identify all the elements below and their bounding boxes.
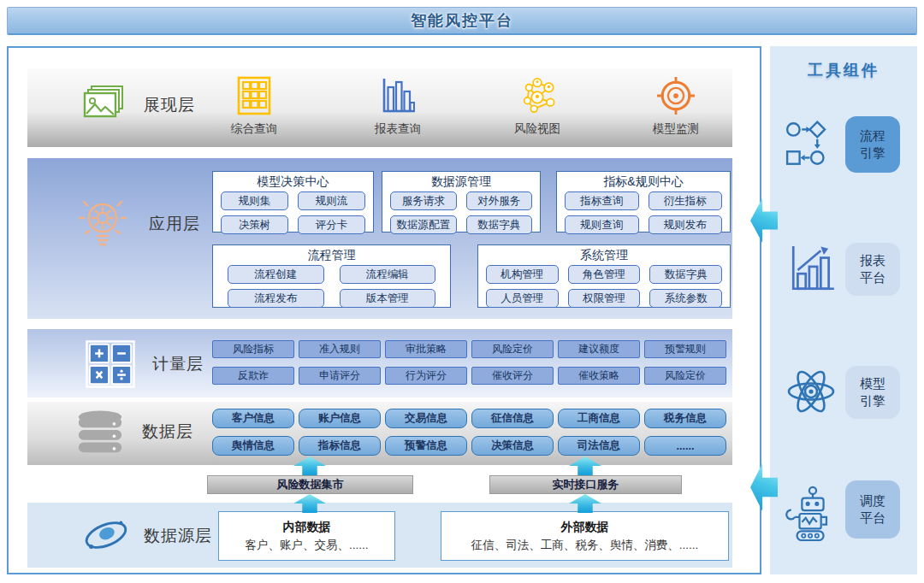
data-button[interactable]: 舆情信息 bbox=[212, 436, 294, 456]
measure-button[interactable]: 准入规则 bbox=[299, 340, 381, 358]
app-button[interactable]: 规则流 bbox=[298, 191, 365, 210]
banner: 智能风控平台 bbox=[7, 7, 917, 35]
app-button[interactable]: 规则发布 bbox=[649, 215, 723, 234]
data-button[interactable]: 税务信息 bbox=[644, 409, 726, 428]
tool-item-label: 报表平台 bbox=[859, 252, 886, 286]
group-process-management: 流程管理 流程创建 流程编辑 流程发布 版本管理 bbox=[212, 244, 451, 308]
group-model-decision-center: 模型决策中心 规则集 规则流 决策树 评分卡 bbox=[212, 171, 374, 233]
app-button[interactable]: 规则查询 bbox=[565, 215, 639, 234]
presentation-item-report-query[interactable]: 报表查询 bbox=[351, 74, 445, 142]
data-row-2: 舆情信息 指标信息 预警信息 决策信息 司法信息 ...... bbox=[212, 436, 726, 456]
tool-item-label: 模型引擎 bbox=[859, 375, 886, 409]
data-button[interactable]: 预警信息 bbox=[385, 436, 467, 456]
data-button[interactable]: 司法信息 bbox=[558, 436, 640, 456]
internal-data-desc: 客户、账户、交易、...... bbox=[245, 538, 368, 553]
app-button[interactable]: 服务请求 bbox=[390, 191, 457, 210]
app-button[interactable]: 流程创建 bbox=[228, 265, 324, 284]
measure-button[interactable]: 建议额度 bbox=[558, 340, 640, 358]
data-button[interactable]: ...... bbox=[644, 436, 726, 456]
measure-button[interactable]: 催收策略 bbox=[558, 367, 640, 385]
report-chart-icon bbox=[787, 241, 838, 297]
group-title: 数据源管理 bbox=[390, 174, 532, 189]
app-button[interactable]: 权限管理 bbox=[568, 289, 641, 308]
internal-data-box[interactable]: 内部数据 客户、账户、交易、...... bbox=[218, 511, 395, 561]
calculator-icon bbox=[86, 340, 135, 388]
data-button[interactable]: 交易信息 bbox=[385, 409, 467, 428]
presentation-layer-band: 展现层 综合查询 bbox=[27, 68, 732, 147]
tool-item-schedule-platform[interactable]: 调度平台 bbox=[845, 480, 900, 539]
group-indicator-rule-center: 指标&规则中心 指标查询 衍生指标 规则查询 规则发布 bbox=[556, 171, 731, 233]
measurement-row-1: 风险指标 准入规则 审批策略 风险定价 建议额度 预警规则 bbox=[212, 340, 726, 358]
network-icon bbox=[518, 75, 557, 116]
datasource-layer-band: 数据源层 内部数据 客户、账户、交易、...... 外部数据 征信、司法、工商、… bbox=[27, 503, 732, 568]
tool-item-label: 流程引擎 bbox=[859, 127, 886, 162]
app-button[interactable]: 指标查询 bbox=[565, 191, 639, 210]
atom-icon bbox=[782, 364, 840, 419]
measure-button[interactable]: 风险指标 bbox=[212, 340, 294, 358]
app-button[interactable]: 决策树 bbox=[221, 215, 288, 234]
app-button[interactable]: 流程编辑 bbox=[340, 265, 436, 284]
presentation-item-combined-query[interactable]: 综合查询 bbox=[207, 74, 301, 142]
app-button[interactable]: 流程发布 bbox=[228, 289, 324, 308]
data-button[interactable]: 指标信息 bbox=[299, 436, 381, 456]
external-data-box[interactable]: 外部数据 征信、司法、工商、税务、舆情、消费、...... bbox=[441, 511, 729, 561]
app-button[interactable]: 人员管理 bbox=[486, 289, 559, 308]
data-button[interactable]: 账户信息 bbox=[299, 409, 381, 428]
app-button[interactable]: 衍生指标 bbox=[649, 191, 723, 210]
app-button[interactable]: 数据字典 bbox=[649, 265, 722, 284]
measure-button[interactable]: 预警规则 bbox=[644, 340, 726, 358]
application-layer-band: 应用层 模型决策中心 规则集 规则流 决策树 评分卡 数据源管理 服务请求 对外… bbox=[27, 158, 732, 319]
data-layer-band: 数据层 客户信息 账户信息 交易信息 征信信息 工商信息 税务信息 舆情信息 指… bbox=[27, 402, 732, 465]
app-button[interactable]: 机构管理 bbox=[486, 265, 559, 284]
app-button[interactable]: 数据字典 bbox=[466, 215, 533, 234]
tools-sidebar: 工具组件 流程引擎 bbox=[770, 46, 917, 574]
group-title: 流程管理 bbox=[221, 248, 442, 262]
risk-platform-diagram: 智能风控平台 展现层 bbox=[0, 0, 924, 583]
bulb-gear-icon bbox=[75, 194, 130, 254]
group-title: 模型决策中心 bbox=[221, 174, 365, 189]
presentation-item-risk-view[interactable]: 风险视图 bbox=[490, 74, 584, 142]
measurement-layer-band: 计量层 风险指标 准入规则 审批策略 风险定价 建议额度 预警规则 反欺诈 申请… bbox=[27, 329, 732, 398]
internal-data-title: 内部数据 bbox=[283, 520, 331, 535]
presentation-item-label: 风险视图 bbox=[514, 121, 560, 137]
measure-button[interactable]: 风险定价 bbox=[471, 340, 554, 358]
presentation-item-model-monitor[interactable]: 模型监测 bbox=[629, 74, 723, 142]
gallery-icon bbox=[81, 84, 126, 128]
measure-button[interactable]: 风险定价 bbox=[644, 367, 726, 385]
target-icon bbox=[656, 75, 696, 116]
measure-button[interactable]: 行为评分 bbox=[385, 367, 467, 385]
external-data-title: 外部数据 bbox=[561, 520, 609, 535]
presentation-layer-label: 展现层 bbox=[144, 94, 195, 116]
app-button[interactable]: 规则集 bbox=[221, 191, 288, 210]
data-button[interactable]: 征信信息 bbox=[471, 409, 554, 428]
app-button[interactable]: 版本管理 bbox=[340, 289, 436, 308]
tool-item-model-engine[interactable]: 模型引擎 bbox=[845, 366, 900, 419]
page-title: 智能风控平台 bbox=[411, 10, 513, 31]
group-title: 系统管理 bbox=[486, 248, 722, 262]
app-button[interactable]: 系统参数 bbox=[649, 289, 722, 308]
app-button[interactable]: 评分卡 bbox=[298, 215, 365, 234]
pipeline-realtime-interface[interactable]: 实时接口服务 bbox=[489, 475, 682, 494]
app-button[interactable]: 角色管理 bbox=[568, 265, 641, 284]
database-icon bbox=[75, 409, 125, 456]
datasource-layer-label: 数据源层 bbox=[144, 525, 212, 547]
sidebar-title: 工具组件 bbox=[770, 60, 917, 80]
grid-icon bbox=[234, 75, 274, 116]
measure-button[interactable]: 反欺诈 bbox=[212, 367, 294, 385]
tool-item-process-engine[interactable]: 流程引擎 bbox=[845, 116, 900, 173]
tool-item-label: 调度平台 bbox=[859, 492, 886, 527]
measure-button[interactable]: 催收评分 bbox=[471, 367, 554, 385]
presentation-item-label: 报表查询 bbox=[375, 121, 421, 137]
data-button[interactable]: 客户信息 bbox=[212, 409, 294, 428]
measure-button[interactable]: 审批策略 bbox=[385, 340, 467, 358]
pipeline-risk-data-mart[interactable]: 风险数据集市 bbox=[207, 475, 413, 494]
flowchart-icon bbox=[783, 118, 838, 171]
data-button[interactable]: 决策信息 bbox=[471, 436, 554, 456]
measure-button[interactable]: 申请评分 bbox=[299, 367, 381, 385]
app-button[interactable]: 对外服务 bbox=[466, 191, 533, 210]
tool-item-report-platform[interactable]: 报表平台 bbox=[845, 243, 900, 296]
application-layer-label: 应用层 bbox=[149, 213, 200, 235]
app-button[interactable]: 数据源配置 bbox=[390, 215, 457, 234]
data-layer-label: 数据层 bbox=[142, 421, 193, 443]
data-button[interactable]: 工商信息 bbox=[558, 409, 640, 428]
